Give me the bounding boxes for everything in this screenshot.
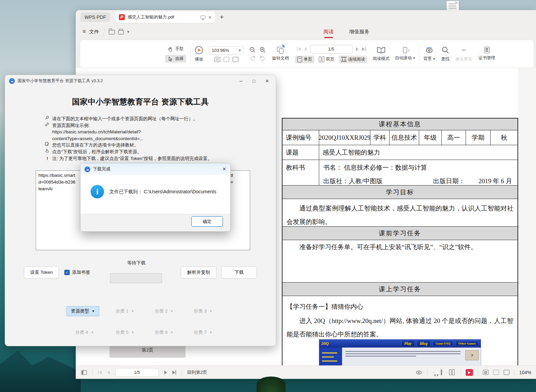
sidebar-toggle-icon[interactable] <box>81 370 87 375</box>
play-label: 播放 <box>195 57 203 62</box>
last-page-icon[interactable] <box>362 47 366 51</box>
auto-scroll-tool[interactable]: 自动滚动 ▾ <box>395 47 415 61</box>
divider <box>104 28 104 35</box>
background-tool[interactable]: 背景 ▾ <box>424 46 435 62</box>
auto-scroll-icon <box>403 47 407 53</box>
set-token-button[interactable]: 设置 Token <box>24 266 59 279</box>
verify-label: 验证签名 <box>456 56 472 62</box>
page2-chip[interactable]: 第2页 <box>109 344 186 358</box>
fit-width-icon[interactable] <box>483 370 489 375</box>
eye-icon[interactable] <box>415 370 423 375</box>
warning-icon: ! <box>45 155 50 162</box>
category7-dropdown: 分类 7▼ <box>190 327 216 337</box>
prev-page-icon[interactable] <box>304 47 307 51</box>
fit-page-icon[interactable] <box>233 57 238 62</box>
fit-width-icon[interactable] <box>214 57 220 62</box>
new-tab-button[interactable]: + <box>220 13 224 21</box>
pub-date: 2019 年 6 月 <box>478 177 512 185</box>
next-page-icon[interactable] <box>164 370 167 374</box>
table-row: 教科书 书名： 信息技术必修一：数据与计算 出版社：人教/中图版 出版日期： 2… <box>282 160 517 185</box>
certificate-tool[interactable]: 证书管理 <box>478 47 495 61</box>
book-icon <box>377 46 386 54</box>
print-icon[interactable] <box>118 30 124 34</box>
cell-key: 学期 <box>466 130 490 145</box>
downloader-titlebar[interactable]: ☁ 国家中小学智慧教育平台 资源下载工具 v3.3.2 ─ □ ✕ <box>5 75 276 87</box>
bookmark-option[interactable]: ✓ 添加书签 <box>64 269 90 275</box>
cell-value: 2020QJ10XXRJ029 <box>319 130 370 145</box>
rotate-left-icon[interactable] <box>250 55 256 61</box>
zoom-in-icon[interactable] <box>259 46 266 53</box>
document-tab[interactable]: P 感受人工智能的魅力.pdf ✕ <box>115 11 215 23</box>
find-tool[interactable]: 查找 <box>441 46 449 62</box>
pretask-text: 准备好学习任务单。可在手机上安装“讯飞听见”、“识之”软件。 <box>282 240 517 254</box>
fit-screen-icon[interactable] <box>224 57 229 62</box>
dialog-close-icon[interactable]: ✕ <box>222 166 226 172</box>
tab-close-icon[interactable]: ✕ <box>208 15 212 20</box>
select-tool[interactable]: 选择 <box>165 55 186 63</box>
chevron-down-icon[interactable]: ▾ <box>127 30 129 34</box>
rotate-right-icon[interactable] <box>259 55 265 61</box>
single-page-toggle[interactable] <box>440 369 443 375</box>
read-mode-tool[interactable]: 阅读模式 <box>373 46 390 62</box>
zoom-percentage[interactable]: 104% <box>519 370 531 375</box>
menu-bar: ≡ 文件 ▾ 阅读 增值服务 <box>76 24 536 39</box>
hamburger-icon[interactable]: ≡ <box>82 28 86 35</box>
first-page-icon[interactable] <box>297 47 301 51</box>
ok-button[interactable]: 确定 <box>191 216 223 227</box>
download-complete-dialog: ☁ 下载完成 ✕ i 文件已下载到： C:\Users\Administrato… <box>80 163 231 232</box>
status-bar: 1/5 回到第2页 ▶ 104% <box>76 365 536 379</box>
app-label[interactable]: WPS PDF <box>80 12 110 22</box>
continuous-toggle[interactable] <box>432 372 435 373</box>
tab-value-added[interactable]: 增值服务 <box>349 29 369 35</box>
dialog-titlebar[interactable]: ☁ 下载完成 ✕ <box>80 163 230 175</box>
last-page-icon[interactable] <box>172 370 176 374</box>
table-row: 课题 感受人工智能的魅力 <box>282 145 517 160</box>
status-page-indicator[interactable]: 1/5 <box>115 368 159 377</box>
chevron-down-icon: ▾ <box>433 57 435 61</box>
prev-page-icon[interactable] <box>107 370 110 374</box>
minimize-button[interactable]: ─ <box>239 78 242 84</box>
double-page-icon <box>319 57 324 62</box>
first-page-icon[interactable] <box>98 370 102 374</box>
maximize-button[interactable]: □ <box>253 78 255 84</box>
parse-copy-button[interactable]: 解析并复制 <box>181 266 216 279</box>
tab-reading[interactable]: 阅读 <box>324 29 334 35</box>
close-button[interactable]: ✕ <box>265 78 269 84</box>
download-button[interactable]: 下载 <box>221 266 257 279</box>
page-indicator[interactable]: 1/5 <box>310 45 353 54</box>
next-page-icon[interactable] <box>356 47 359 51</box>
back-to-page-button[interactable]: 回到第2页 <box>187 369 207 375</box>
goal-text: 通过典型案例理解人工智能技术，感受人工智能的魅力，认识人工智能对社会发展的影响。 <box>282 199 517 226</box>
page-gutter <box>518 68 536 365</box>
hand-tool[interactable]: 手型 <box>165 45 186 53</box>
certificate-icon <box>484 47 490 53</box>
play-tool[interactable]: 播放 <box>195 46 203 62</box>
dialog-body: i 文件已下载到： C:\Users\Administrator\Documen… <box>80 175 230 215</box>
wallpaper-mountain <box>0 341 81 392</box>
double-page-toggle[interactable] <box>448 369 456 376</box>
fit-screen-icon[interactable] <box>493 370 499 375</box>
single-page-mode[interactable]: 单页 <box>295 56 314 63</box>
menu-tabs: 阅读 增值服务 <box>324 24 369 39</box>
cell-value: 感受人工智能的魅力 <box>319 145 517 160</box>
fit-page-icon[interactable] <box>504 370 509 375</box>
cell-key: 年级 <box>419 130 441 145</box>
cell-value: 信息技术 <box>389 130 419 145</box>
rotate-doc-tool[interactable]: 旋转文档 <box>272 47 289 61</box>
play-icon <box>195 46 203 55</box>
screen-read-icon[interactable] <box>201 15 205 19</box>
continuous-mode[interactable]: 连续阅读 <box>339 56 367 63</box>
continuous-label: 连续阅读 <box>348 57 365 62</box>
menu-file[interactable]: 文件 <box>89 29 99 35</box>
double-page-mode[interactable]: 双页 <box>316 56 337 63</box>
zoom-select[interactable]: 103.96% ▾ <box>209 46 244 55</box>
play-presentation-button[interactable]: ▶ <box>466 369 473 376</box>
edit-doc-icon <box>45 142 50 149</box>
link-icon <box>45 122 50 129</box>
zoom-out-icon[interactable] <box>249 46 256 53</box>
site-nav-play: Play <box>401 340 415 347</box>
open-folder-icon[interactable] <box>109 30 115 34</box>
instruction-text: 请在下面的文本框中输入一个或多个资源页面的网址（每个网址一行）。 <box>52 116 198 122</box>
resource-type-dropdown[interactable]: 资源类型▼ <box>66 306 99 316</box>
checkbox-checked-icon[interactable]: ✓ <box>64 270 70 275</box>
